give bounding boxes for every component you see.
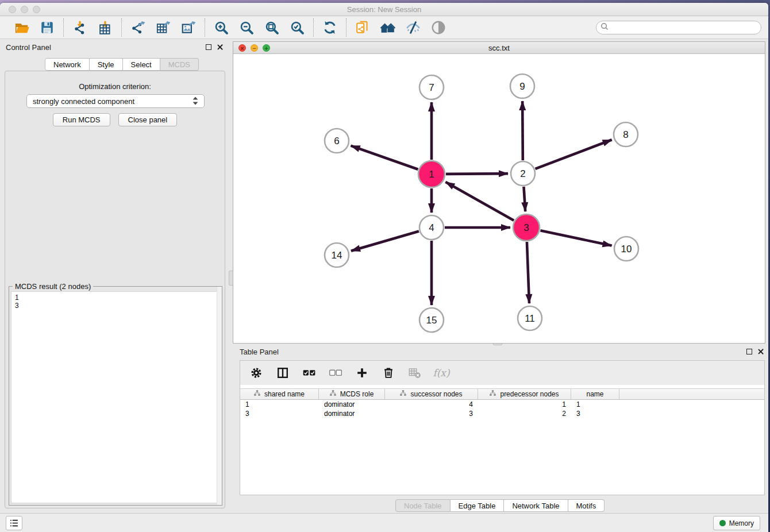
control-panel-close-icon[interactable] <box>217 44 224 51</box>
graph-node-9[interactable]: 9 <box>510 74 534 98</box>
memory-label: Memory <box>729 519 754 527</box>
export-image-button[interactable] <box>180 20 197 36</box>
network-canvas[interactable]: 7968124314101511 <box>233 54 765 343</box>
edge-1-6[interactable] <box>351 146 418 169</box>
graph-node-6[interactable]: 6 <box>325 129 349 153</box>
graph-node-15[interactable]: 15 <box>419 308 444 332</box>
optimization-criterion-select[interactable]: strongly connected component <box>26 94 205 108</box>
edge-2-3[interactable] <box>523 187 525 211</box>
tab-edge-table[interactable]: Edge Table <box>451 499 505 512</box>
zoom-out-button[interactable] <box>238 20 255 36</box>
node-label: 11 <box>525 313 535 324</box>
tab-network-table[interactable]: Network Table <box>504 499 568 512</box>
tab-motifs[interactable]: Motifs <box>568 499 605 512</box>
mcds-result-text[interactable]: 1 3 <box>11 291 220 503</box>
export-network-button[interactable] <box>130 20 146 36</box>
edge-3-11[interactable] <box>527 242 529 303</box>
delete-table-icon <box>409 367 421 379</box>
save-session-button[interactable] <box>39 20 55 36</box>
zoom-fit-button[interactable] <box>264 20 280 36</box>
cell-successor-nodes[interactable]: 4 <box>385 400 478 409</box>
result-scrollbar[interactable] <box>217 287 222 505</box>
column-header-predecessor-nodes[interactable]: predecessor nodes <box>478 389 571 399</box>
refresh-view-button[interactable] <box>322 20 338 36</box>
edge-4-14[interactable] <box>351 231 419 250</box>
show-all-button[interactable] <box>430 20 446 36</box>
graph-node-7[interactable]: 7 <box>419 75 444 99</box>
clear-selection-button[interactable] <box>328 365 344 381</box>
node-label: 8 <box>623 129 628 140</box>
split-columns-icon <box>276 367 289 379</box>
node-label: 1 <box>429 169 434 180</box>
graph-node-4[interactable]: 4 <box>419 215 444 240</box>
graph-node-10[interactable]: 10 <box>614 237 638 261</box>
column-hierarchy-icon <box>254 390 260 396</box>
cell-predecessor-nodes[interactable]: 1 <box>478 400 571 409</box>
split-columns-button[interactable] <box>275 365 291 381</box>
task-history-button[interactable] <box>6 516 22 530</box>
select-all-button[interactable] <box>301 365 317 381</box>
tab-style[interactable]: Style <box>90 58 123 71</box>
app-titlebar: Session: New Session <box>0 3 768 16</box>
cell-shared-name[interactable]: 3 <box>240 409 319 418</box>
memory-button[interactable]: Memory <box>713 516 760 530</box>
tab-network[interactable]: Network <box>45 58 90 71</box>
delete-column-button[interactable] <box>380 365 396 381</box>
zoom-out-icon <box>239 20 254 35</box>
import-network-button[interactable] <box>72 20 88 36</box>
cell-shared-name[interactable]: 1 <box>240 400 319 409</box>
add-column-button[interactable] <box>354 365 370 381</box>
network-window-title: scc.txt <box>233 44 765 52</box>
graph-node-3[interactable]: 3 <box>513 214 540 241</box>
column-header-successor-nodes[interactable]: successor nodes <box>385 389 478 399</box>
graph-node-14[interactable]: 14 <box>325 243 349 267</box>
hide-selected-button[interactable] <box>405 20 421 36</box>
edge-3-10[interactable] <box>540 230 611 245</box>
graph-node-1[interactable]: 1 <box>418 161 445 187</box>
column-header-name[interactable]: name <box>571 389 619 399</box>
add-column-icon <box>356 367 368 379</box>
import-network-icon <box>72 20 87 35</box>
table-panel-float-icon[interactable] <box>746 349 752 354</box>
function-builder-icon: f(x) <box>433 367 449 379</box>
first-neighbors-button[interactable] <box>380 20 396 36</box>
edge-1-2[interactable] <box>446 174 508 174</box>
cell-name[interactable]: 1 <box>571 400 619 409</box>
column-header-label: MCDS role <box>340 390 374 398</box>
column-hierarchy-icon <box>330 390 336 396</box>
column-hierarchy-icon <box>490 390 496 396</box>
graph-node-8[interactable]: 8 <box>614 122 638 147</box>
column-header-shared-name[interactable]: shared name <box>240 389 319 399</box>
open-file-button[interactable] <box>14 20 30 36</box>
column-header-MCDS-role[interactable]: MCDS role <box>319 389 385 399</box>
control-panel-tabs: NetworkStyleSelectMCDS <box>45 58 199 71</box>
control-panel-float-icon[interactable] <box>206 44 211 50</box>
cell-successor-nodes[interactable]: 3 <box>385 409 478 418</box>
gear-button[interactable] <box>248 365 264 381</box>
network-window-titlebar[interactable]: × − + scc.txt <box>233 42 765 54</box>
cell-name[interactable]: 3 <box>571 409 619 418</box>
export-table-button[interactable] <box>155 20 171 36</box>
edge-3-1[interactable] <box>445 182 514 221</box>
tab-node-table[interactable]: Node Table <box>395 499 451 512</box>
cell-MCDS-role[interactable]: dominator <box>319 409 385 418</box>
cell-predecessor-nodes[interactable]: 2 <box>478 409 571 418</box>
tab-select[interactable]: Select <box>123 58 160 71</box>
edge-2-8[interactable] <box>536 140 612 169</box>
clone-network-button[interactable] <box>355 20 371 36</box>
zoom-selected-button[interactable] <box>289 20 305 36</box>
table-panel-close-icon[interactable] <box>757 348 764 355</box>
run-mcds-button[interactable]: Run MCDS <box>53 113 110 126</box>
edge-2-9[interactable] <box>522 101 523 160</box>
import-table-button[interactable] <box>97 20 113 36</box>
zoom-in-button[interactable] <box>213 20 229 36</box>
close-panel-button[interactable]: Close panel <box>118 113 178 126</box>
zoom-selected-icon <box>290 20 305 35</box>
search-box[interactable] <box>596 21 761 34</box>
graph-node-11[interactable]: 11 <box>518 306 542 330</box>
search-input[interactable] <box>611 22 761 33</box>
cell-MCDS-role[interactable]: dominator <box>319 400 385 409</box>
graph-node-2[interactable]: 2 <box>511 161 535 186</box>
tab-mcds[interactable]: MCDS <box>160 58 199 71</box>
node-label: 14 <box>332 250 342 261</box>
